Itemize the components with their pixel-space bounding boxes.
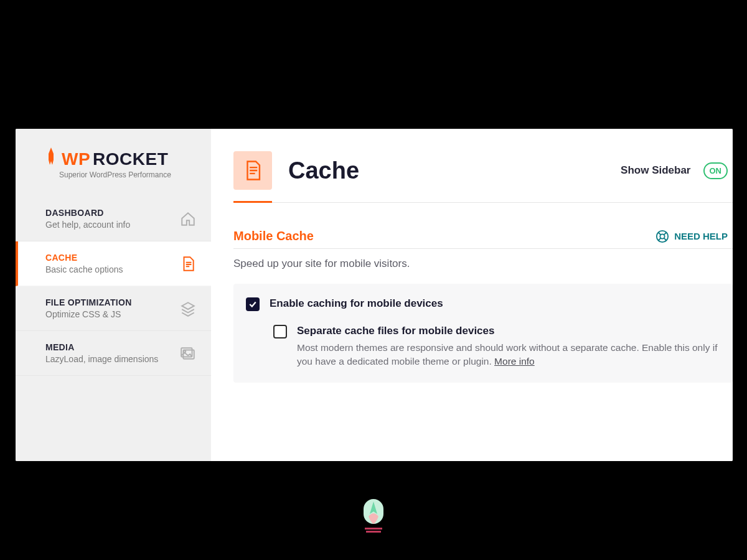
options-panel: Enable caching for mobile devices Separa… [233, 284, 733, 383]
svg-rect-7 [366, 531, 381, 533]
divider [233, 248, 733, 249]
home-icon [180, 211, 196, 227]
outer-page-title: Speed Up Your WordPress Site [0, 0, 747, 58]
logo-text-rocket: ROCKET [93, 149, 168, 169]
sidebar-item-media[interactable]: MEDIA LazyLoad, image dimensions [16, 331, 211, 376]
rocket-icon [45, 147, 57, 165]
nav-title: FILE OPTIMIZATION [45, 297, 132, 307]
main-panel: Cache Show Sidebar ON Mobile Cache NEED … [211, 129, 733, 461]
option-enable-mobile-cache: Enable caching for mobile devices [246, 297, 720, 311]
sidebar: WP ROCKET Superior WordPress Performance… [16, 129, 211, 461]
option-separate-mobile-cache: Separate cache files for mobile devices … [273, 325, 720, 369]
nav-title: DASHBOARD [45, 208, 130, 218]
images-icon [180, 345, 196, 362]
nav-sub: Basic cache options [45, 264, 123, 274]
check-icon [248, 300, 257, 309]
section-description: Speed up your site for mobile visitors. [233, 258, 733, 270]
nav-sub: LazyLoad, image dimensions [45, 354, 158, 364]
layers-icon [180, 301, 196, 317]
app-window: WP ROCKET Superior WordPress Performance… [16, 129, 733, 461]
status-badge: ON [703, 162, 728, 179]
sidebar-item-cache[interactable]: CACHE Basic cache options [16, 241, 211, 286]
brand-logo: WP ROCKET Superior WordPress Performance [16, 129, 211, 197]
option-label: Enable caching for mobile devices [270, 297, 443, 310]
nav-sub: Get help, account info [45, 220, 130, 230]
sidebar-nav: DASHBOARD Get help, account info CACHE B… [16, 197, 211, 376]
show-sidebar-button[interactable]: Show Sidebar [621, 164, 690, 177]
page-title: Cache [288, 157, 359, 184]
need-help-link[interactable]: NEED HELP [655, 230, 728, 243]
sidebar-item-dashboard[interactable]: DASHBOARD Get help, account info [16, 197, 211, 241]
page-icon [233, 151, 272, 190]
more-info-link[interactable]: More info [494, 356, 535, 366]
document-icon [180, 256, 196, 272]
checkbox-enable-mobile-cache[interactable] [246, 297, 260, 311]
lifebuoy-icon [655, 230, 669, 243]
svg-point-4 [660, 234, 664, 238]
footer-logo [355, 498, 392, 541]
logo-text-wp: WP [62, 149, 90, 169]
logo-tagline: Superior WordPress Performance [59, 170, 192, 179]
nav-title: CACHE [45, 253, 123, 263]
option-label: Separate cache files for mobile devices [297, 325, 720, 337]
sidebar-item-file-optimization[interactable]: FILE OPTIMIZATION Optimize CSS & JS [16, 286, 211, 331]
nav-sub: Optimize CSS & JS [45, 309, 132, 319]
main-header: Cache Show Sidebar ON [233, 151, 733, 190]
nav-title: MEDIA [45, 342, 158, 352]
tab-underline [233, 202, 733, 203]
need-help-label: NEED HELP [674, 231, 728, 241]
section-title: Mobile Cache [233, 229, 314, 243]
svg-rect-6 [365, 528, 382, 530]
checkbox-separate-mobile-cache[interactable] [273, 325, 287, 338]
option-help-text: Most modern themes are responsive and sh… [297, 341, 720, 369]
